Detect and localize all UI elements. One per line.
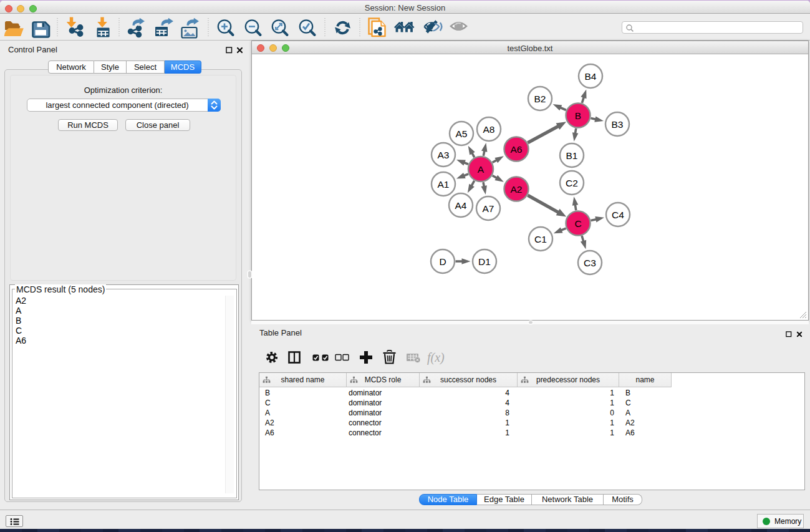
- svg-text:B4: B4: [585, 71, 597, 82]
- svg-text:C1: C1: [534, 234, 547, 244]
- svg-text:B: B: [575, 110, 581, 121]
- svg-text:A8: A8: [483, 124, 495, 135]
- svg-text:D1: D1: [478, 256, 491, 267]
- svg-text:C3: C3: [584, 258, 596, 268]
- svg-text:A1: A1: [438, 179, 450, 190]
- svg-text:A3: A3: [438, 150, 450, 160]
- svg-text:D: D: [439, 256, 446, 267]
- svg-text:A4: A4: [455, 200, 467, 211]
- svg-text:A2: A2: [511, 184, 523, 195]
- svg-text:C4: C4: [612, 210, 624, 220]
- svg-text:A: A: [478, 164, 485, 175]
- svg-text:B2: B2: [534, 94, 546, 104]
- svg-text:B1: B1: [566, 150, 578, 161]
- svg-text:B3: B3: [612, 119, 624, 130]
- svg-text:C2: C2: [566, 178, 578, 188]
- svg-text:f(x): f(x): [427, 351, 445, 365]
- svg-text:A5: A5: [456, 128, 468, 139]
- svg-text:C: C: [574, 218, 581, 229]
- svg-text:A6: A6: [511, 144, 523, 155]
- svg-text:A7: A7: [483, 203, 494, 214]
